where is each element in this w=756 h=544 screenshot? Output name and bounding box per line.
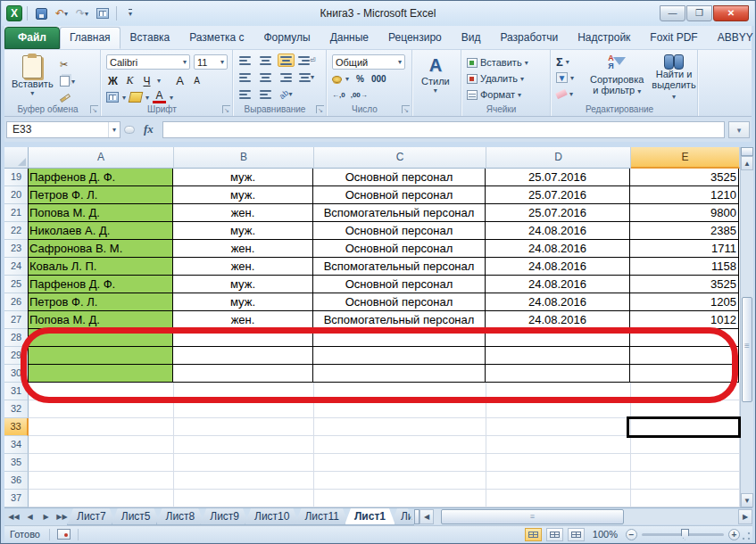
align-top-button[interactable] — [237, 54, 253, 67]
ribbon-tab[interactable]: Вид — [452, 27, 491, 49]
normal-view-button[interactable] — [525, 528, 542, 541]
row-header[interactable]: 25 — [4, 276, 29, 293]
row-header[interactable]: 36 — [4, 472, 29, 490]
cell[interactable]: Основной персонал — [313, 276, 486, 293]
font-color-icon[interactable]: А — [153, 91, 166, 103]
column-header[interactable]: E — [631, 147, 740, 169]
increase-decimal-button[interactable]: ←,0 — [332, 91, 345, 99]
undo-button[interactable]: ↶▾ — [53, 5, 71, 21]
sheet-tab[interactable]: Лист10 — [245, 508, 299, 525]
next-sheet-button[interactable]: ▶ — [38, 510, 54, 524]
vertical-scrollbar[interactable]: ▲ ▼ — [740, 147, 753, 507]
row-header[interactable]: 23 — [4, 240, 29, 258]
scroll-down-button[interactable]: ▼ — [741, 493, 753, 507]
orientation-button[interactable]: ab▾ — [278, 87, 295, 101]
zoom-slider[interactable] — [642, 533, 724, 536]
cell[interactable]: 3525 — [630, 169, 739, 186]
cell[interactable] — [174, 418, 314, 436]
cell[interactable] — [29, 400, 174, 418]
italic-button[interactable]: К — [123, 74, 137, 87]
cell[interactable] — [314, 454, 486, 472]
row-header[interactable]: 19 — [4, 169, 29, 186]
cell[interactable]: 24.08.2016 — [486, 276, 630, 293]
insert-cells-button[interactable]: Вставить▾ — [467, 55, 528, 70]
cell[interactable]: 3525 — [630, 276, 739, 293]
record-macro-icon[interactable] — [57, 529, 71, 540]
row-header[interactable]: 34 — [4, 436, 29, 454]
cell[interactable] — [486, 418, 631, 436]
row-header[interactable]: 24 — [4, 258, 29, 276]
row-header[interactable]: 26 — [4, 293, 29, 311]
resize-grip[interactable] — [741, 531, 752, 541]
decrease-indent-button[interactable] — [237, 87, 253, 101]
cell[interactable]: 9800 — [630, 204, 739, 222]
cell[interactable] — [29, 436, 174, 454]
column-header[interactable]: C — [314, 147, 486, 169]
comma-style-button[interactable]: 000 — [371, 74, 386, 84]
qat-customize-button[interactable]: ▾ — [121, 5, 139, 21]
decrease-decimal-button[interactable]: ,00→ — [351, 91, 368, 99]
clear-button[interactable]: ▾ — [556, 87, 574, 101]
bold-button[interactable]: Ж — [106, 75, 120, 87]
align-left-button[interactable] — [237, 70, 253, 84]
sheet-tab[interactable]: Лист7 — [67, 508, 116, 525]
cell[interactable] — [631, 454, 740, 472]
align-middle-button[interactable] — [257, 54, 274, 67]
number-dialog-launcher[interactable]: ↘ — [402, 105, 410, 113]
cell[interactable]: жен. — [173, 258, 313, 276]
cell[interactable] — [486, 436, 631, 454]
align-center-button[interactable] — [257, 70, 274, 84]
number-format-select[interactable]: Общий▾ — [332, 54, 405, 70]
row-header[interactable]: 32 — [4, 400, 29, 418]
ribbon-tab[interactable]: Главная — [60, 27, 120, 49]
row-header[interactable]: 21 — [4, 204, 29, 222]
ribbon-tab[interactable]: Вставка — [120, 27, 180, 49]
select-all-corner[interactable] — [4, 147, 29, 169]
cell[interactable]: муж. — [173, 293, 313, 311]
zoom-out-button[interactable]: − — [626, 529, 637, 540]
horizontal-scroll-thumb[interactable]: ≡ — [441, 509, 624, 524]
cell[interactable] — [29, 418, 174, 436]
restore-button[interactable]: ❐ — [686, 5, 712, 21]
underline-button[interactable]: Ч — [140, 75, 154, 87]
column-header[interactable]: A — [29, 147, 174, 169]
cell[interactable]: 1210 — [630, 186, 739, 204]
redo-button[interactable]: ↷▾ — [73, 5, 91, 21]
sheet-tab[interactable]: Лист5 — [112, 508, 161, 525]
cell[interactable]: Основной персонал — [313, 240, 486, 258]
row-header[interactable]: 22 — [4, 222, 29, 240]
excel-logo-icon[interactable]: X — [6, 5, 22, 21]
cell[interactable]: 24.08.2016 — [486, 222, 630, 240]
cell[interactable] — [174, 472, 314, 490]
cell[interactable]: 25.07.2016 — [486, 204, 630, 222]
cell[interactable] — [631, 472, 740, 490]
expand-formula-bar-button[interactable]: ▾ — [728, 121, 750, 138]
scroll-left-button[interactable]: ◀ — [420, 509, 434, 524]
cell[interactable]: жен. — [173, 240, 313, 258]
cell[interactable]: 1158 — [630, 258, 739, 276]
clipboard-dialog-launcher[interactable]: ↘ — [90, 105, 98, 113]
namebox-resize-handle[interactable] — [124, 126, 135, 134]
cell[interactable]: 25.07.2016 — [486, 186, 630, 204]
merge-center-button[interactable]: ▾ — [298, 70, 315, 84]
insert-function-button[interactable]: fx — [138, 122, 159, 136]
row-header[interactable]: 35 — [4, 454, 29, 472]
cell[interactable]: Основной персонал — [313, 186, 486, 204]
increase-indent-button[interactable] — [257, 87, 274, 101]
row-header[interactable]: 37 — [4, 490, 29, 507]
delete-cells-button[interactable]: Удалить▾ — [467, 71, 528, 86]
column-header[interactable]: B — [174, 147, 314, 169]
cell[interactable]: муж. — [173, 222, 313, 240]
cell[interactable] — [314, 436, 486, 454]
autosum-button[interactable]: Σ▾ — [556, 54, 574, 69]
cell[interactable]: муж. — [173, 276, 313, 293]
find-select-button[interactable]: Найти ивыделить ▾ — [651, 54, 697, 103]
percent-style-button[interactable]: % — [356, 74, 364, 84]
align-right-button[interactable] — [278, 70, 295, 84]
cell[interactable]: Сафронова В. М. — [28, 240, 173, 258]
styles-button[interactable]: А Стили ▾ — [421, 55, 450, 95]
copy-button[interactable]: ▾ — [60, 74, 75, 88]
column-header[interactable]: D — [486, 147, 631, 169]
cell[interactable] — [174, 490, 314, 507]
cell[interactable]: 2385 — [630, 222, 739, 240]
